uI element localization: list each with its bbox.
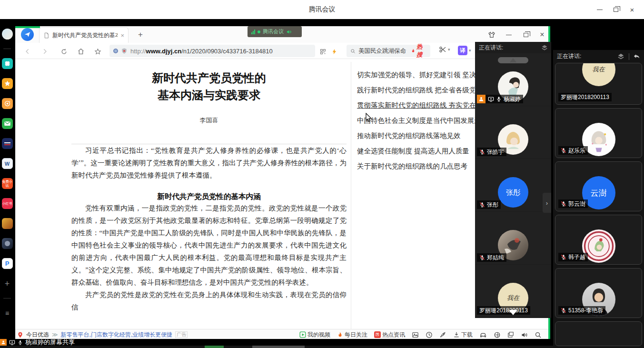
scroll-up-indicator[interactable] xyxy=(498,57,528,63)
video-tile[interactable]: 赵乐乐 xyxy=(555,108,642,158)
participant-name: 罗丽珊2018200113 xyxy=(479,307,528,315)
search-box[interactable]: 美国民众跳湖保命 热搜 xyxy=(347,45,430,57)
video-tile[interactable]: 杨淑婷 xyxy=(475,53,551,106)
speaker-icon[interactable] xyxy=(521,331,528,338)
mic-muted-icon xyxy=(561,148,566,153)
url-field[interactable]: http://www.djyj.cn/n1/2020/0903/c433716-… xyxy=(109,45,315,57)
app-dark-icon[interactable] xyxy=(2,138,13,149)
chevrons-icon[interactable]: ≫ xyxy=(52,331,58,338)
article-paragraph: 党性有双重内涵，一是指政党的党性，二是指党员的党性。政党的党性就是一个政党的性质… xyxy=(71,202,347,288)
signal-bars-icon xyxy=(251,30,255,34)
flame-icon xyxy=(411,48,416,54)
share-border-accent xyxy=(15,26,40,28)
video-tile[interactable]: 我在 罗丽珊2018200113 xyxy=(555,63,642,105)
multi-window-icon[interactable] xyxy=(507,331,514,338)
layout-layers-icon[interactable] xyxy=(617,52,625,60)
related-link[interactable]: 切实加强党的领导、抓好党建引领 坚决夺… xyxy=(357,70,481,80)
browser-close-button[interactable]: × xyxy=(535,29,549,40)
favorites-star-icon[interactable] xyxy=(2,78,13,89)
game-icon-1[interactable] xyxy=(2,218,13,229)
article: 新时代共产党员党性的 基本内涵与实践要求 李国喜 习近平总书记指出：“党性教育是… xyxy=(71,59,347,313)
mic-muted-icon xyxy=(561,254,566,260)
back-button[interactable] xyxy=(23,47,32,56)
refresh-button[interactable] xyxy=(59,47,69,56)
video-tile[interactable]: 郑姞纯 xyxy=(475,212,551,264)
speaking-header: 正在讲话: xyxy=(557,52,581,60)
home-button[interactable] xyxy=(76,47,86,56)
screen-share-banner: 杨淑婷的屏幕共享 xyxy=(0,339,553,346)
today-picks-label[interactable]: 今日优选 xyxy=(26,331,49,339)
boost-rocket-icon[interactable] xyxy=(439,331,446,338)
mail-icon[interactable] xyxy=(2,118,13,129)
video-tile[interactable]: 我在 罗丽珊2018200113 xyxy=(475,265,551,317)
restore-button[interactable] xyxy=(608,0,624,19)
related-link[interactable]: 关于新时代党的组织路线的几点思考 xyxy=(357,162,481,171)
word-doc-icon[interactable]: W xyxy=(2,158,13,169)
screenshot-scissors-button[interactable]: ▾ xyxy=(439,46,450,53)
browser-restore-button[interactable] xyxy=(519,29,533,40)
insecure-shield-icon[interactable] xyxy=(121,48,128,54)
related-link[interactable]: 健全选贤任能制度 提高选人用人质量 xyxy=(357,147,481,156)
wechat-fav-icon[interactable] xyxy=(2,58,13,69)
game-icon-2[interactable] xyxy=(2,238,13,249)
hot-news-button[interactable]: 国热点资讯 xyxy=(374,331,405,339)
forward-button[interactable] xyxy=(40,47,50,56)
browser-bottom-bar: 今日优选 ≫ 新零售平台,门店数字化经营,业绩增长更便捷 广告 我的视频 每日关… xyxy=(15,329,548,339)
site-info-icon[interactable] xyxy=(113,49,118,53)
car-mode-icon[interactable] xyxy=(479,331,487,338)
new-tab-button[interactable]: + xyxy=(135,30,146,40)
minimize-button[interactable] xyxy=(592,0,608,19)
xiaohongshu-icon[interactable]: 小红书 xyxy=(2,198,13,209)
video-tile[interactable]: 云澍 郭云澍 xyxy=(555,161,642,211)
participant-name: 张皓宇 xyxy=(487,148,504,156)
panel-collapse-handle[interactable]: › xyxy=(543,193,551,213)
related-link-hovered[interactable]: 贯彻落实新时代党的组织路线 夯实党在边… xyxy=(357,101,481,110)
window-title: 腾讯会议 xyxy=(0,5,644,14)
tab-close-icon[interactable]: × xyxy=(120,32,124,39)
video-tile[interactable]: 51358-李艳蓉 xyxy=(555,268,642,318)
related-link[interactable]: 推动新时代党的组织路线落地见效 xyxy=(357,131,481,140)
reader-mode-icon[interactable] xyxy=(494,331,501,338)
browser-tab[interactable]: 新时代共产党员党性的基本内涵 × xyxy=(39,27,129,43)
free-novel-icon[interactable]: 免费小说 xyxy=(2,178,13,189)
browser-minimize-button[interactable] xyxy=(502,29,516,40)
browser-logo-icon[interactable] xyxy=(21,28,34,41)
video-tile[interactable]: 韩子越 xyxy=(555,215,642,265)
pp-video-icon[interactable]: P xyxy=(2,258,13,269)
daily-focus-button[interactable]: 每日关注 xyxy=(337,331,367,339)
meeting-stage: W 免费小说 小红书 P + ≡ 新时代共产党员党性的基本内涵 × xyxy=(0,19,644,348)
hot-search-tag[interactable]: 热搜 xyxy=(411,43,426,59)
history-clock-icon[interactable] xyxy=(426,331,433,338)
article-paragraph: 共产党员的党性是政党的党性在党员身上的具体体现和生动实践，表现在党员的信仰信 xyxy=(71,288,347,313)
add-shortcut-icon[interactable]: + xyxy=(2,278,13,289)
translate-button[interactable]: 译▾ xyxy=(458,46,471,55)
window-titlebar: 腾讯会议 × xyxy=(0,0,644,19)
browser-skin-button[interactable] xyxy=(485,29,499,40)
back-arrow-icon[interactable] xyxy=(633,53,640,60)
related-link[interactable]: 践行新时代党的组织路线 把全省各级党组… xyxy=(357,86,481,95)
content-divider-line xyxy=(351,62,351,329)
dock-menu-icon[interactable]: ≡ xyxy=(2,308,13,318)
my-video-button[interactable]: 我的视频 xyxy=(299,331,330,339)
meeting-floating-badge[interactable]: 腾讯会议 xyxy=(248,26,302,37)
close-button[interactable]: × xyxy=(624,0,640,19)
image-tool-icon[interactable] xyxy=(412,331,419,338)
article-title: 新时代共产党员党性的 基本内涵与实践要求 xyxy=(71,70,347,104)
video-tile-partial xyxy=(555,321,642,346)
ad-link[interactable]: 新零售平台,门店数字化经营,业绩增长更便捷 xyxy=(61,331,173,339)
article-section-heading: 新时代共产党员党性的基本内涵 xyxy=(71,192,347,202)
layout-layers-icon[interactable] xyxy=(541,44,548,51)
scroll-down-indicator[interactable] xyxy=(509,310,517,315)
speed-bolt-icon[interactable] xyxy=(329,47,339,56)
header-divider xyxy=(629,53,629,60)
participant-name: 韩子越 xyxy=(568,253,585,261)
page-search-icon[interactable] xyxy=(535,331,542,338)
weibo-icon[interactable] xyxy=(2,98,13,109)
download-button[interactable]: 下载 xyxy=(453,331,473,339)
related-link[interactable]: 中国特色社会主义制度是当代中国发展进步… xyxy=(357,116,481,125)
user-avatar-icon[interactable] xyxy=(2,29,13,40)
video-tile[interactable]: 张彤 张彤 xyxy=(475,159,551,211)
video-tile[interactable]: 张皓宇 xyxy=(475,106,551,159)
bookmark-star-button[interactable] xyxy=(93,47,102,56)
qr-code-icon[interactable] xyxy=(318,47,327,56)
